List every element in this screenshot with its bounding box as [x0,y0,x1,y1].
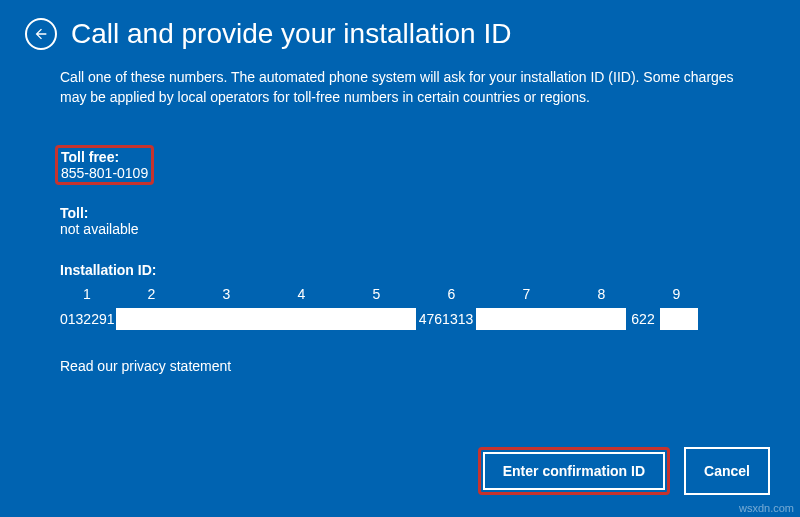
iid-col-6: 6 [414,286,489,302]
toll-free-label: Toll free: [61,149,148,165]
page-title: Call and provide your installation ID [71,18,511,50]
iid-col-3: 3 [189,286,264,302]
watermark-text: wsxdn.com [739,502,794,514]
iid-col-4: 4 [264,286,339,302]
iid-column-headers: 1 2 3 4 5 6 7 8 9 [60,286,740,302]
iid-values-row: 0132291 4761313 622 [60,308,740,330]
iid-group-6: 4761313 [416,311,476,327]
primary-button-highlight: Enter confirmation ID [478,447,670,495]
enter-confirmation-id-button[interactable]: Enter confirmation ID [483,452,665,490]
iid-col-1: 1 [60,286,114,302]
toll-free-highlight: Toll free: 855-801-0109 [55,145,154,185]
privacy-link[interactable]: Read our privacy statement [60,358,740,374]
toll-free-value: 855-801-0109 [61,165,148,181]
iid-col-9: 9 [639,286,714,302]
arrow-left-icon [33,26,49,42]
toll-label: Toll: [60,205,740,221]
description-text: Call one of these numbers. The automated… [60,68,740,107]
iid-group-9: 622 [626,311,660,327]
iid-input-block-c[interactable] [660,308,698,330]
cancel-button[interactable]: Cancel [684,447,770,495]
back-button[interactable] [25,18,57,50]
toll-value: not available [60,221,740,237]
iid-col-8: 8 [564,286,639,302]
iid-col-5: 5 [339,286,414,302]
iid-col-7: 7 [489,286,564,302]
iid-input-block-b[interactable] [476,308,626,330]
installation-id-label: Installation ID: [60,262,740,278]
iid-group-1: 0132291 [60,311,116,327]
iid-input-block-a[interactable] [116,308,416,330]
iid-col-2: 2 [114,286,189,302]
